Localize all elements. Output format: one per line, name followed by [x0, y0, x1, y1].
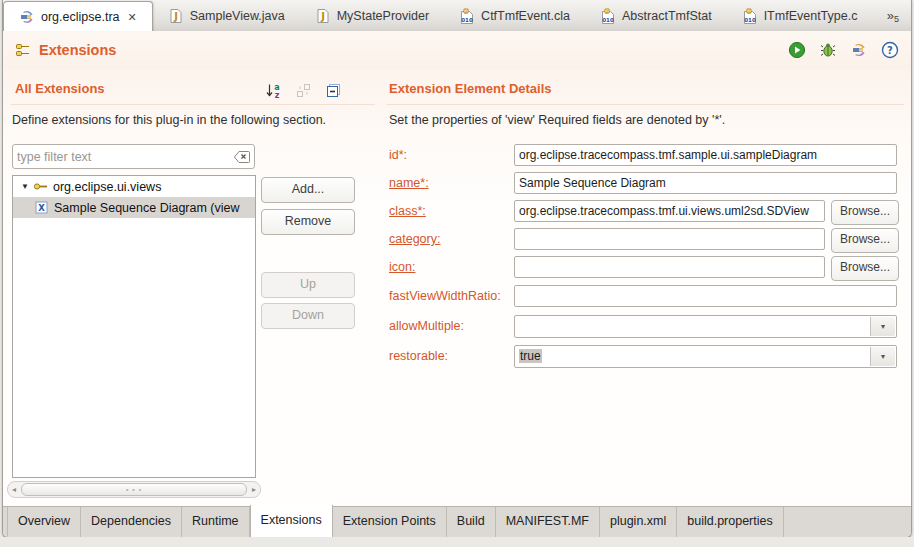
details-description: Set the properties of 'view' Required fi… — [389, 113, 725, 127]
tab-build-properties[interactable]: build.properties — [677, 507, 783, 537]
tab-overflow-chevron[interactable]: » 5 — [887, 8, 899, 24]
svg-text:X: X — [38, 203, 45, 213]
tab-manifest-mf[interactable]: MANIFEST.MF — [496, 507, 600, 537]
editor-tab-label: CtfTmfEvent.cla — [481, 9, 570, 23]
clear-filter-icon[interactable] — [233, 150, 251, 164]
page-title: Extensions — [39, 42, 116, 58]
svg-text:?: ? — [887, 45, 893, 56]
field-label-category-link[interactable]: category: — [389, 232, 440, 246]
page-tab-bar: Overview Dependencies Runtime Extensions… — [3, 506, 911, 537]
fastviewwidthratio-field[interactable] — [514, 285, 897, 307]
field-label-fastviewwidthratio: fastViewWidthRatio: — [389, 289, 501, 303]
sort-alpha-icon[interactable]: az — [265, 82, 282, 99]
svg-text:J: J — [173, 11, 178, 22]
extensions-tree: ▼ org.eclipse.ui.views X Sample Sequence… — [12, 175, 256, 478]
chevron-down-icon[interactable]: ▾ — [870, 347, 895, 366]
java-file-icon: J — [315, 8, 331, 24]
svg-text:010: 010 — [602, 17, 614, 23]
show-full-names-icon[interactable] — [295, 82, 312, 99]
tab-overview[interactable]: Overview — [7, 507, 81, 537]
section-separator — [11, 104, 375, 105]
export-plugin-icon[interactable] — [850, 41, 868, 59]
name-field[interactable] — [514, 172, 897, 194]
field-label-allowmultiple: allowMultiple: — [389, 319, 464, 333]
tab-dependencies[interactable]: Dependencies — [81, 507, 182, 537]
chevron-right-icon: » — [887, 8, 894, 23]
icon-browse-button[interactable]: Browse... — [831, 256, 899, 281]
tree-row-label: org.eclipse.ui.views — [53, 180, 161, 194]
form-page-header: Extensions ? — [3, 31, 911, 70]
chevron-down-icon[interactable]: ▾ — [870, 317, 895, 336]
class-browse-button[interactable]: Browse... — [831, 200, 899, 225]
tab-runtime[interactable]: Runtime — [182, 507, 250, 537]
tree-row-extension-point[interactable]: ▼ org.eclipse.ui.views — [13, 176, 255, 197]
remove-button[interactable]: Remove — [261, 209, 355, 235]
svg-text:010: 010 — [744, 17, 756, 23]
help-icon[interactable]: ? — [881, 41, 899, 59]
class-file-icon: 010J — [459, 8, 475, 24]
id-field[interactable] — [514, 144, 897, 166]
tree-expander-icon[interactable]: ▼ — [18, 182, 32, 191]
tab-extensions[interactable]: Extensions — [250, 505, 333, 537]
details-section-title: Extension Element Details — [389, 81, 552, 96]
field-label-name-link[interactable]: name*: — [389, 176, 429, 190]
allowmultiple-combo[interactable]: ▾ — [514, 315, 897, 338]
scroll-left-icon[interactable]: ◂ — [8, 483, 20, 496]
collapse-all-icon[interactable] — [325, 82, 342, 99]
svg-text:010: 010 — [461, 17, 473, 23]
filter-box — [12, 144, 255, 169]
extension-point-icon — [33, 179, 48, 194]
editor-tab-label: MyStateProvider — [337, 9, 429, 23]
editor-tab-label: SampleView.java — [190, 9, 285, 23]
tab-extension-points[interactable]: Extension Points — [333, 507, 447, 537]
scroll-right-icon[interactable]: ▸ — [248, 483, 260, 496]
down-button[interactable]: Down — [261, 303, 355, 329]
section-separator — [387, 104, 904, 105]
field-label-id: id*: — [389, 148, 407, 162]
all-extensions-description: Define extensions for this plug-in in th… — [12, 113, 326, 127]
editor-tab-label: org.eclipse.tra — [41, 10, 120, 24]
scrollbar-thumb[interactable]: • • • — [21, 483, 247, 496]
view-element-icon: X — [34, 200, 49, 215]
add-button[interactable]: Add... — [261, 177, 355, 203]
editor-tab-mystateprovider[interactable]: J MyStateProvider — [300, 1, 444, 31]
editor-tab-ctftmfevent[interactable]: 010J CtfTmfEvent.cla — [444, 1, 585, 31]
java-file-icon: J — [168, 8, 184, 24]
editor-tab-bar: org.eclipse.tra ✕ J SampleView.java J My… — [3, 0, 911, 32]
editor-tab-abstracttmfstat[interactable]: 010J AbstractTmfStat — [585, 1, 727, 31]
tree-row-view-element[interactable]: X Sample Sequence Diagram (view — [13, 197, 255, 218]
restorable-combo[interactable]: true ▾ — [514, 345, 897, 368]
extensions-icon — [15, 42, 31, 58]
combo-value-selected: true — [519, 349, 542, 363]
tab-plugin-xml[interactable]: plugin.xml — [600, 507, 677, 537]
field-label-class-link[interactable]: class*: — [389, 204, 426, 218]
svg-text:J: J — [747, 9, 750, 14]
close-icon[interactable]: ✕ — [128, 11, 137, 24]
debug-icon[interactable] — [819, 41, 837, 59]
field-label-restorable: restorable: — [389, 349, 448, 363]
class-file-icon: 010J — [600, 8, 616, 24]
tab-build[interactable]: Build — [447, 507, 496, 537]
editor-tab-plugin-manifest[interactable]: org.eclipse.tra ✕ — [3, 1, 153, 32]
category-browse-button[interactable]: Browse... — [831, 228, 899, 253]
svg-text:z: z — [275, 91, 280, 99]
tree-horizontal-scrollbar[interactable]: ◂ • • • ▸ — [7, 481, 261, 498]
class-field[interactable] — [514, 200, 825, 222]
filter-input[interactable] — [13, 150, 233, 164]
tree-row-label: Sample Sequence Diagram (view — [54, 201, 240, 215]
all-extensions-section-title: All Extensions — [15, 81, 105, 96]
editor-tab-label: AbstractTmfStat — [622, 9, 712, 23]
category-field[interactable] — [514, 228, 825, 250]
class-file-icon: 010J — [742, 8, 758, 24]
up-button[interactable]: Up — [261, 272, 355, 298]
editor-window: org.eclipse.tra ✕ J SampleView.java J My… — [2, 0, 912, 538]
editor-tab-sampleview[interactable]: J SampleView.java — [153, 1, 300, 31]
hidden-tab-count: 5 — [894, 14, 899, 24]
field-label-icon-link[interactable]: icon: — [389, 260, 415, 274]
editor-tab-itmfeventtype[interactable]: 010J ITmfEventType.c — [727, 1, 873, 31]
editor-tab-label: ITmfEventType.c — [764, 9, 858, 23]
run-icon[interactable] — [788, 41, 806, 59]
svg-text:J: J — [605, 9, 608, 14]
extensions-page-body: All Extensions az Define extensions for … — [3, 69, 911, 506]
icon-field[interactable] — [514, 256, 825, 278]
